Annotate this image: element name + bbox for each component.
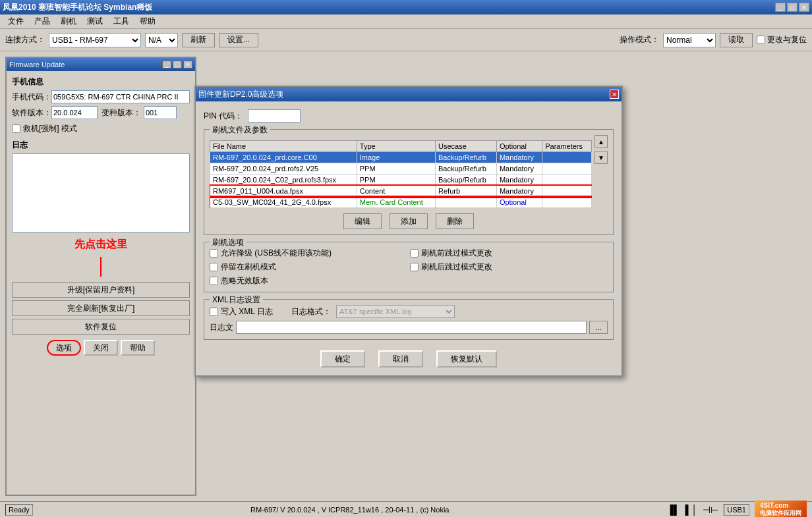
connection-select[interactable]: USB1 - RM-697 [49,33,141,47]
fw-help-button[interactable]: 帮助 [121,340,155,356]
table-row[interactable]: RM697_011_U004.uda.fpsxContentRefurbMand… [210,186,592,197]
scroll-down-button[interactable]: ▼ [594,151,608,164]
status-ready: Ready [5,504,33,516]
battery-icon: ▐▌ [667,504,680,515]
xml-write-row[interactable]: 写入 XML 日志 [210,306,273,317]
pin-input[interactable] [248,109,301,122]
connection-label: 连接方式： [5,34,45,45]
table-row[interactable]: RM-697_20.0.024_prd.core.C00ImageBackup/… [210,152,592,163]
scroll-arrows: ▲ ▼ [594,135,608,164]
variant-input[interactable] [144,106,177,119]
options-button[interactable]: 选项 [47,340,81,356]
usb-icon: ⊣⊢ [703,504,718,515]
fw-content: 手机信息 手机代码： 软件版本： 变种版本： 救机[强制] 模式 日志 [7,71,195,361]
xml-write-checkbox[interactable] [210,308,218,316]
files-group-title: 刷机文件及参数 [210,124,270,136]
browse-button[interactable]: ... [589,321,608,334]
status-center: RM-697/ V 20.0.024 , V ICPR82_11w16 , 20… [250,506,449,514]
log-title: 日志 [12,140,190,151]
phone-code-label: 手机代码： [12,92,51,103]
file-table-container: File Name Type Usecase Optional Paramete… [210,135,608,208]
na-select[interactable]: N/A [145,33,178,47]
option1-label: 允许降级 (USB线不能用该功能) [221,248,332,259]
files-group-box: 刷机文件及参数 File Name Type Usecase Optional … [204,129,614,235]
operation-select[interactable]: Normal [663,33,716,47]
log-section: 日志 [12,140,190,232]
table-row[interactable]: RM-697_20.0.024_C02_prd.rofs3.fpsxPPMBac… [210,175,592,186]
menu-product[interactable]: 产品 [29,14,55,28]
dialog-bottom-buttons: 确定 取消 恢复默认 [204,350,614,367]
edit-button[interactable]: 编辑 [343,213,382,229]
menu-file[interactable]: 文件 [3,14,29,28]
option5-row[interactable]: 刷机后跳过模式更改 [410,261,608,273]
menu-help[interactable]: 帮助 [134,14,161,28]
full-flash-button[interactable]: 完全刷新[恢复出厂] [12,300,190,316]
annotation-text: 先点击这里 [12,238,190,252]
option1-checkbox[interactable] [210,249,218,258]
phone-code-input[interactable] [51,90,190,103]
flash-options-grid: 允许降级 (USB线不能用该功能) 刷机前跳过模式更改 停留在刷机模式 刷机后跳… [210,248,608,286]
change-reset-label[interactable]: 更改与复位 [757,34,807,45]
menu-test[interactable]: 测试 [82,14,108,28]
rescue-checkbox[interactable] [12,124,20,133]
option2-row[interactable]: 停留在刷机模式 [210,261,407,273]
menu-flash[interactable]: 刷机 [55,14,82,28]
option5-checkbox[interactable] [410,263,419,271]
option3-row[interactable]: 忽略无效版本 [210,275,407,286]
action-buttons: 升级[保留用户资料] 完全刷新[恢复出厂] 软件复位 [12,282,190,335]
fw-close-btn[interactable]: ✕ [183,61,192,68]
sw-reset-button[interactable]: 软件复位 [12,319,190,335]
scroll-up-button[interactable]: ▲ [594,135,608,148]
pin-row: PIN 代码： [204,109,614,122]
sw-version-input[interactable] [51,106,98,119]
upgrade-button[interactable]: 升级[保留用户资料] [12,282,190,298]
log-text-row: 日志文 ... [210,321,608,334]
fw-minimize-btn[interactable]: _ [162,61,171,68]
delete-button[interactable]: 删除 [436,213,474,229]
firmware-update-window: Firmware Update _ □ ✕ 手机信息 手机代码： 软件版本： 变… [5,57,196,496]
cancel-button[interactable]: 取消 [378,350,423,367]
option2-label: 停留在刷机模式 [221,261,276,273]
menu-tools[interactable]: 工具 [108,14,134,28]
read-button[interactable]: 读取 [720,33,753,47]
option2-checkbox[interactable] [210,263,218,271]
dialog-title-text: 固件更新DP2.0高级选项 [198,89,283,100]
phone-info-title: 手机信息 [12,76,190,88]
refresh-button[interactable]: 刷新 [182,33,215,47]
status-left: Ready [5,504,33,516]
fw-title-buttons: _ □ ✕ [162,61,192,68]
edit-buttons: 编辑 添加 删除 [210,213,608,229]
annotation-line [100,257,102,277]
rescue-checkbox-row: 救机[强制] 模式 [12,123,190,134]
log-area [12,153,190,232]
table-row[interactable]: C5-03_SW_MC024_41_2G_4.0.fpsxMem. Card C… [210,197,592,208]
dialog-close-icon[interactable]: ✕ [610,90,619,99]
signal-icon: ▌│ [685,504,698,515]
close-button[interactable]: ✕ [799,3,809,12]
restore-default-button[interactable]: 恢复默认 [436,350,497,367]
option4-row[interactable]: 刷机前跳过模式更改 [410,248,608,259]
col-type: Type [357,141,435,152]
advanced-options-dialog: 固件更新DP2.0高级选项 ✕ PIN 代码： 刷机文件及参数 File N [194,86,623,377]
settings-button[interactable]: 设置... [219,33,258,47]
table-row[interactable]: RM-697_20.0.024_prd.rofs2.V25PPMBackup/R… [210,163,592,175]
bottom-buttons: 选项 关闭 帮助 [12,340,190,356]
option3-checkbox[interactable] [210,277,218,285]
xml-format-label: 日志格式： [291,306,331,317]
add-button[interactable]: 添加 [390,213,428,229]
xml-format-select[interactable]: AT&T specific XML log [336,305,455,318]
sw-version-label: 软件版本： [12,107,51,119]
watermark: 4SIT.com 电脑软件应用网 [755,501,807,518]
log-text-input[interactable] [236,321,587,334]
maximize-button[interactable]: □ [787,3,798,12]
confirm-button[interactable]: 确定 [320,350,365,367]
change-reset-checkbox[interactable] [757,36,765,44]
sw-version-row: 软件版本： 变种版本： [12,106,190,119]
minimize-button[interactable]: _ [775,3,786,12]
option1-row[interactable]: 允许降级 (USB线不能用该功能) [210,248,407,259]
fw-restore-btn[interactable]: □ [173,61,182,68]
option4-checkbox[interactable] [410,249,419,258]
fw-close-button[interactable]: 关闭 [84,340,118,356]
file-table: File Name Type Usecase Optional Paramete… [210,140,592,208]
main-area: Firmware Update _ □ ✕ 手机信息 手机代码： 软件版本： 变… [0,51,812,501]
